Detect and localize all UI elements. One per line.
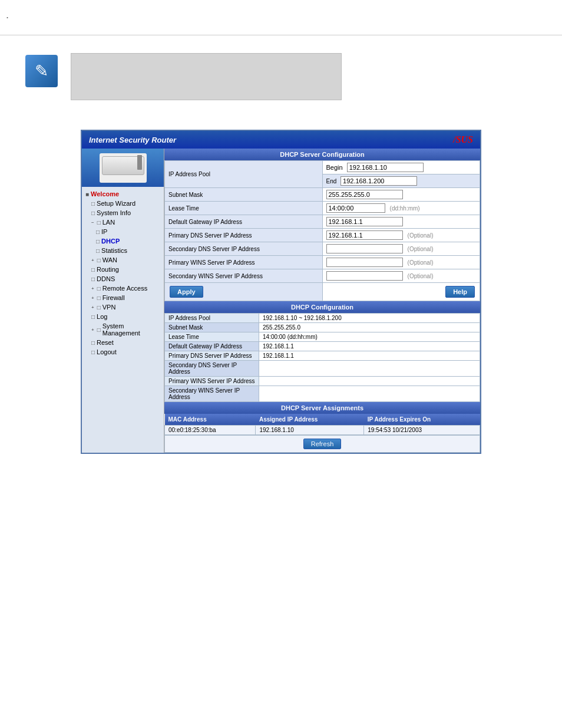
router-title: Internet Security Router bbox=[89, 136, 176, 144]
sidebar-item-statistics[interactable]: □ Statistics bbox=[82, 246, 164, 255]
secondary-wins-optional: (Optional) bbox=[408, 273, 434, 279]
display-ip-pool-label: IP Address Pool bbox=[165, 314, 259, 323]
display-subnet-row: Subnet Mask 255.255.255.0 bbox=[165, 323, 480, 332]
assignments-header: DHCP Server Assignments bbox=[164, 402, 480, 414]
ip-pool-row: IP Address Pool Begin bbox=[165, 161, 480, 174]
sidebar-item-log-label: Log bbox=[97, 313, 107, 320]
sidebar-item-lan[interactable]: − □ LAN bbox=[82, 218, 164, 227]
refresh-button[interactable]: Refresh bbox=[303, 439, 342, 449]
primary-wins-input[interactable] bbox=[326, 258, 403, 267]
begin-input[interactable] bbox=[347, 163, 424, 172]
sidebar-item-dhcp[interactable]: □ DHCP bbox=[82, 236, 164, 246]
gateway-label: Default Gateway IP Address bbox=[165, 215, 323, 229]
primary-dns-input[interactable] bbox=[326, 230, 403, 240]
display-primary-dns-row: Primary DNS Server IP Address 192.168.1.… bbox=[165, 351, 480, 361]
end-label: End bbox=[326, 178, 337, 185]
logout-icon: □ bbox=[91, 349, 95, 355]
sidebar-item-firewall[interactable]: + □ Firewall bbox=[82, 293, 164, 302]
ip-cell: 192.168.1.10 bbox=[256, 426, 364, 435]
display-secondary-wins-value bbox=[259, 386, 480, 402]
display-gateway-label: Default Gateway IP Address bbox=[165, 342, 259, 351]
primary-wins-optional: (Optional) bbox=[408, 259, 434, 266]
assignments-header-row: MAC Address Assigned IP Address IP Addre… bbox=[165, 414, 480, 426]
secondary-dns-label: Secondary DNS Server IP Address bbox=[165, 242, 323, 256]
sidebar-item-ddns[interactable]: □ DDNS bbox=[82, 274, 164, 284]
lease-time-label: Lease Time bbox=[165, 202, 323, 215]
sidebar-item-dhcp-label: DHCP bbox=[101, 238, 120, 245]
top-dot: · bbox=[6, 11, 9, 24]
subnet-mask-input[interactable] bbox=[326, 190, 403, 199]
display-gateway-row: Default Gateway IP Address 192.168.1.1 bbox=[165, 342, 480, 351]
secondary-dns-input[interactable] bbox=[326, 244, 403, 253]
vpn-icon: □ bbox=[97, 304, 101, 311]
primary-dns-row: Primary DNS Server IP Address (Optional) bbox=[165, 229, 480, 242]
firewall-expand-icon: + bbox=[91, 295, 94, 301]
display-lease-label: Lease Time bbox=[165, 332, 259, 342]
sidebar-item-logout[interactable]: □ Logout bbox=[82, 347, 164, 357]
display-secondary-wins-row: Secondary WINS Server IP Address bbox=[165, 386, 480, 402]
secondary-wins-input[interactable] bbox=[326, 271, 403, 281]
sidebar-item-ddns-label: DDNS bbox=[97, 275, 115, 282]
subnet-mask-label: Subnet Mask bbox=[165, 188, 323, 202]
display-primary-wins-label: Primary WINS Server IP Address bbox=[165, 377, 259, 386]
end-input[interactable] bbox=[340, 176, 417, 186]
info-box bbox=[71, 53, 342, 100]
log-icon: □ bbox=[91, 314, 95, 320]
sidebar-item-setup-wizard[interactable]: □ Setup Wizard bbox=[82, 199, 164, 208]
col-ip-header: Assigned IP Address bbox=[256, 414, 364, 426]
primary-dns-cell: (Optional) bbox=[322, 229, 480, 242]
lease-time-input[interactable] bbox=[326, 203, 385, 213]
sidebar-item-welcome-label: Welcome bbox=[91, 190, 119, 197]
remote-icon: □ bbox=[97, 285, 101, 292]
gateway-input[interactable] bbox=[326, 217, 403, 226]
ddns-icon: □ bbox=[91, 276, 95, 282]
sidebar-item-ip[interactable]: □ IP bbox=[82, 227, 164, 236]
secondary-dns-cell: (Optional) bbox=[322, 242, 480, 256]
setup-icon: □ bbox=[91, 200, 95, 207]
lease-time-hint: (dd:hh:mm) bbox=[390, 205, 420, 212]
dhcp-info-table: IP Address Pool 192.168.1.10 ~ 192.168.1… bbox=[164, 313, 480, 402]
sidebar-item-remote-access[interactable]: + □ Remote Access bbox=[82, 284, 164, 293]
router-device-image bbox=[100, 153, 147, 183]
sidebar-item-remote-label: Remote Access bbox=[103, 285, 147, 292]
sidebar-item-log[interactable]: □ Log bbox=[82, 312, 164, 321]
lan-expand-icon: − bbox=[91, 220, 94, 225]
subnet-mask-cell bbox=[322, 188, 480, 202]
sidebar-item-welcome[interactable]: ■ Welcome bbox=[82, 189, 164, 199]
ip-icon: □ bbox=[96, 229, 100, 235]
sidebar-item-system-info[interactable]: □ System Info bbox=[82, 208, 164, 218]
gateway-cell bbox=[322, 215, 480, 229]
assignments-table: MAC Address Assigned IP Address IP Addre… bbox=[164, 414, 480, 435]
ip-pool-label: IP Address Pool bbox=[165, 161, 323, 188]
wan-icon: □ bbox=[97, 257, 101, 263]
routing-icon: □ bbox=[91, 266, 95, 273]
display-primary-dns-value: 192.168.1.1 bbox=[259, 351, 480, 361]
lease-time-row: Lease Time (dd:hh:mm) bbox=[165, 202, 480, 215]
primary-dns-label: Primary DNS Server IP Address bbox=[165, 229, 323, 242]
sidebar-item-system-mgmt[interactable]: + □ System Management bbox=[82, 321, 164, 338]
sysmgmt-icon: □ bbox=[97, 327, 101, 333]
sidebar-item-wan[interactable]: + □ WAN bbox=[82, 255, 164, 265]
sidebar-item-vpn-label: VPN bbox=[103, 304, 116, 311]
router-header: Internet Security Router /SUS bbox=[82, 131, 480, 149]
display-subnet-label: Subnet Mask bbox=[165, 323, 259, 332]
asus-logo: /SUS bbox=[453, 134, 473, 145]
button-cell-right: Help bbox=[322, 283, 480, 301]
apply-button[interactable]: Apply bbox=[170, 286, 203, 298]
display-secondary-wins-label: Secondary WINS Server IP Address bbox=[165, 386, 259, 402]
sidebar-item-routing[interactable]: □ Routing bbox=[82, 265, 164, 274]
vpn-expand-icon: + bbox=[91, 305, 94, 310]
sidebar-item-sysinfo-label: System Info bbox=[97, 209, 131, 216]
help-button[interactable]: Help bbox=[445, 286, 475, 298]
primary-dns-optional: (Optional) bbox=[408, 232, 434, 239]
sidebar-item-routing-label: Routing bbox=[97, 266, 119, 273]
display-primary-dns-label: Primary DNS Server IP Address bbox=[165, 351, 259, 361]
col-mac-header: MAC Address bbox=[165, 414, 256, 426]
sidebar-item-vpn[interactable]: + □ VPN bbox=[82, 302, 164, 312]
dhcp-config-form: IP Address Pool Begin End Subnet M bbox=[164, 160, 480, 301]
stats-icon: □ bbox=[96, 248, 100, 254]
display-gateway-value: 192.168.1.1 bbox=[259, 342, 480, 351]
top-bar: · bbox=[0, 0, 562, 35]
display-primary-wins-value bbox=[259, 377, 480, 386]
sidebar-item-reset[interactable]: □ Reset bbox=[82, 338, 164, 347]
